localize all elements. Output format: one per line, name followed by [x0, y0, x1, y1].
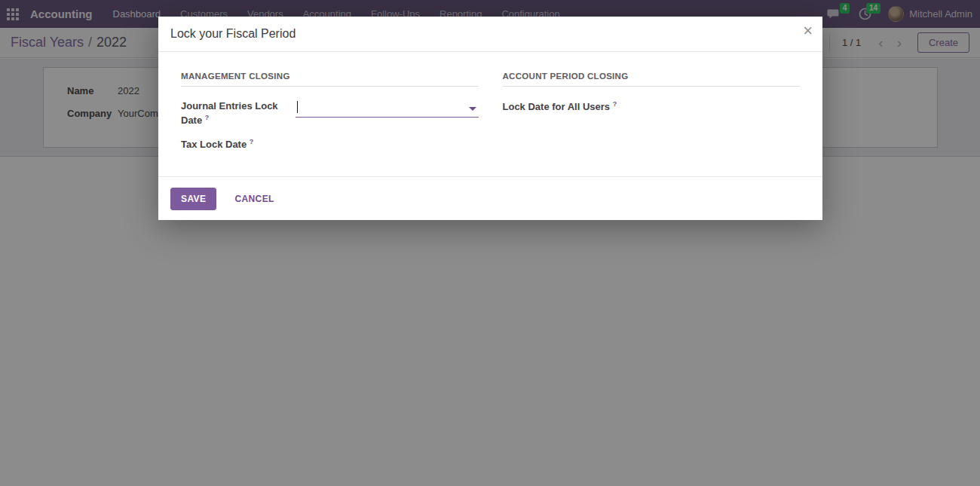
- help-icon[interactable]: ?: [205, 114, 210, 121]
- dialog-footer: SAVE CANCEL: [158, 176, 822, 220]
- tax-lock-date-label: Tax Lock Date ?: [181, 137, 296, 151]
- label-text: Journal Entries Lock Date: [181, 100, 278, 126]
- cancel-button[interactable]: CANCEL: [227, 188, 281, 209]
- journal-entries-lock-date-input-wrap: [296, 99, 479, 118]
- text-cursor: [297, 101, 298, 113]
- lock-date-all-users-field: Lock Date for All Users ?: [503, 99, 801, 114]
- lock-fiscal-period-dialog: Lock your Fiscal Period × MANAGEMENT CLO…: [158, 17, 822, 220]
- help-icon[interactable]: ?: [250, 138, 254, 145]
- dialog-body: MANAGEMENT CLOSING Journal Entries Lock …: [158, 52, 822, 176]
- management-closing-section: MANAGEMENT CLOSING Journal Entries Lock …: [181, 72, 479, 176]
- section-title-management-closing: MANAGEMENT CLOSING: [181, 72, 479, 87]
- account-period-closing-section: ACCOUNT PERIOD CLOSING Lock Date for All…: [503, 72, 801, 176]
- datepicker-caret-icon[interactable]: [469, 107, 476, 111]
- lock-date-all-users-label: Lock Date for All Users ?: [503, 99, 617, 114]
- label-text: Tax Lock Date: [181, 139, 247, 151]
- tax-lock-date-field: Tax Lock Date ?: [181, 137, 479, 151]
- screen: Accounting Dashboard Customers Vendors A…: [0, 0, 980, 486]
- journal-entries-lock-date-input[interactable]: [296, 99, 479, 116]
- label-text: Lock Date for All Users: [503, 101, 611, 112]
- journal-entries-lock-date-label: Journal Entries Lock Date ?: [181, 99, 296, 127]
- close-icon[interactable]: ×: [803, 23, 813, 39]
- dialog-header: Lock your Fiscal Period ×: [158, 17, 822, 52]
- section-title-account-period-closing: ACCOUNT PERIOD CLOSING: [503, 72, 801, 87]
- journal-entries-lock-date-field: Journal Entries Lock Date ?: [181, 99, 479, 127]
- help-icon[interactable]: ?: [613, 100, 617, 108]
- dialog-title: Lock your Fiscal Period: [170, 27, 810, 41]
- save-button[interactable]: SAVE: [170, 188, 216, 210]
